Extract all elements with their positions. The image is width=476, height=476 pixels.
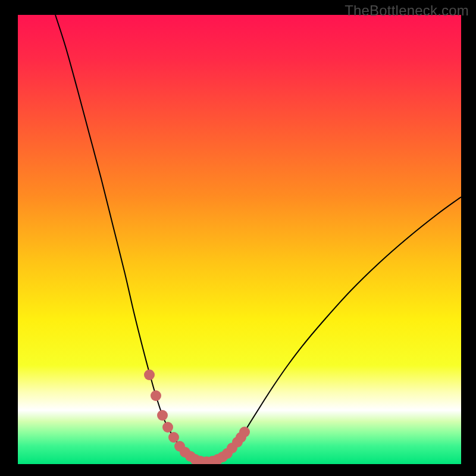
marker-dot xyxy=(239,427,250,437)
curve-layer xyxy=(18,15,461,464)
marker-dot xyxy=(162,422,173,433)
plot-area xyxy=(18,15,461,464)
marker-dots xyxy=(144,369,250,464)
chart-frame: TheBottleneck.com xyxy=(0,0,476,476)
marker-dot xyxy=(157,410,168,421)
marker-dot xyxy=(168,432,179,443)
main-curve xyxy=(55,15,461,462)
marker-dot xyxy=(144,369,155,380)
marker-dot xyxy=(151,390,161,401)
watermark-label: TheBottleneck.com xyxy=(345,2,469,19)
